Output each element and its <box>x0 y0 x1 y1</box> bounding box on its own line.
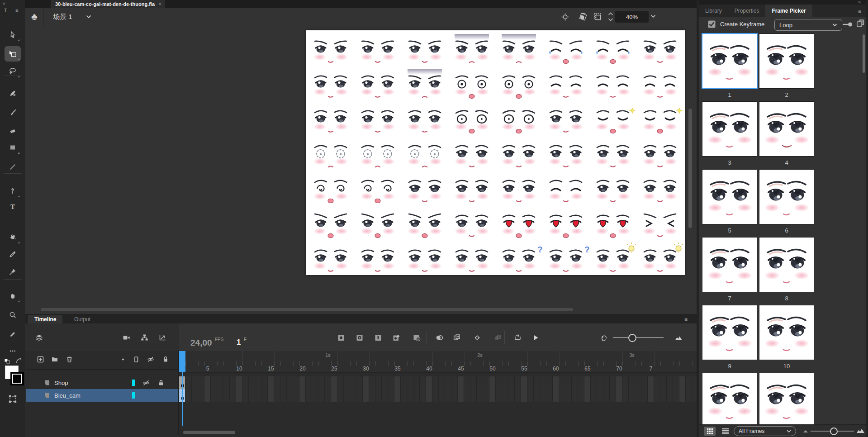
scene-chevron-down-icon[interactable] <box>86 15 91 19</box>
list-view-button[interactable] <box>719 427 731 436</box>
insert-frame[interactable] <box>372 332 384 343</box>
asset-warp-tool[interactable] <box>5 264 21 280</box>
pin-option-icon[interactable] <box>842 22 853 27</box>
loop-playback[interactable] <box>512 332 523 343</box>
thumb-zoom-slider-knob[interactable] <box>830 428 838 435</box>
classic-brush-tool[interactable] <box>5 105 21 120</box>
paint-bucket-tool[interactable] <box>5 229 21 245</box>
stage-canvas[interactable]: ?? <box>25 26 697 314</box>
grid-view-button[interactable] <box>704 427 716 436</box>
tab-frame-picker[interactable]: Frame Picker <box>765 5 812 17</box>
layer-row-Shop[interactable]: Shop <box>26 376 178 389</box>
frame-thumbnail-4[interactable] <box>759 101 814 157</box>
layer-parenting-icon[interactable] <box>138 332 150 343</box>
layer-row-Bieu_cam[interactable]: Bieu_cam <box>26 389 178 402</box>
timeline-horizontal-scrollbar[interactable] <box>183 431 235 434</box>
layer-color-swatch[interactable] <box>132 380 135 386</box>
onion-skin-markers[interactable] <box>471 332 483 343</box>
frame-thumbnail-5[interactable] <box>702 169 757 224</box>
duplicate-frame-icon[interactable] <box>856 19 865 28</box>
frame-thumbnail-8[interactable] <box>759 237 814 292</box>
eye-slash-button[interactable] <box>146 354 156 364</box>
fluid-brush-tool[interactable] <box>5 86 21 101</box>
document-tab[interactable]: 30-bieu-cam-co-gai-mat-den-de-thuong.fla… <box>51 0 165 8</box>
expand-panels-icon[interactable]: » <box>858 0 861 5</box>
frame-thumbnail-6[interactable] <box>759 169 814 224</box>
tab-output[interactable]: Output <box>68 315 97 323</box>
canvas-vertical-scrollbar[interactable] <box>688 109 692 228</box>
close-tab-icon[interactable]: × <box>158 1 161 7</box>
eraser-tool[interactable] <box>5 123 21 138</box>
onion-skin[interactable] <box>433 332 445 343</box>
symbol-club-icon[interactable]: ♣ <box>31 11 38 22</box>
tab-properties[interactable]: Properties <box>728 5 766 17</box>
new-folder-button[interactable] <box>50 354 60 364</box>
frame-thumbnail-1[interactable] <box>702 33 758 89</box>
canvas-horizontal-scrollbar[interactable] <box>41 308 573 311</box>
stroke-fill-mini-swatches[interactable] <box>4 357 11 365</box>
frame-picker-menu-icon[interactable]: ≡ <box>858 8 861 14</box>
layer-color-swatch[interactable] <box>132 392 135 399</box>
add-layer-button[interactable] <box>35 354 45 364</box>
frame-thumbnail-12[interactable] <box>759 373 814 428</box>
playhead[interactable] <box>179 351 185 372</box>
frame-graph-icon[interactable] <box>157 332 168 343</box>
timeline-zoom-slider-track[interactable] <box>613 337 664 338</box>
more-tools[interactable] <box>5 343 21 359</box>
tools-panel-menu-icon[interactable]: ≡ <box>15 8 18 13</box>
text-tool[interactable]: T <box>5 199 21 214</box>
timeline-zoom-fit[interactable] <box>673 332 684 343</box>
layer-locked-icon[interactable] <box>157 379 165 387</box>
dot-button[interactable] <box>118 354 128 364</box>
collapse-panel-icon[interactable]: « <box>3 1 5 6</box>
play[interactable] <box>530 332 541 343</box>
stroke-color-swatch[interactable] <box>10 372 24 385</box>
camera-icon[interactable] <box>120 332 132 343</box>
lock-button[interactable] <box>161 354 171 364</box>
timeline-panel-menu-icon[interactable]: ≡ <box>684 316 687 323</box>
thumb-zoom-out-icon[interactable] <box>803 429 808 433</box>
zoom-spinner[interactable] <box>607 12 614 22</box>
pencil-tool[interactable] <box>5 327 21 342</box>
frame-picker-scrollbar[interactable] <box>863 34 865 73</box>
insert-keyframe[interactable] <box>335 332 347 343</box>
hand-tool[interactable] <box>5 288 21 304</box>
scene-name[interactable]: 场景 1 <box>53 13 72 21</box>
layer-hidden-icon[interactable] <box>142 379 150 387</box>
fps-value[interactable]: 24,00 <box>190 338 212 348</box>
free-transform-tool[interactable] <box>5 46 21 62</box>
frame-thumbnail-10[interactable] <box>759 305 814 360</box>
rotation-tool-icon[interactable] <box>577 12 587 21</box>
clip-content-icon[interactable] <box>593 12 602 21</box>
selection-tool[interactable] <box>5 27 21 43</box>
loop-dropdown[interactable]: Loop <box>774 19 842 31</box>
frame-thumbnail-7[interactable] <box>702 237 757 292</box>
transform-options-icon[interactable] <box>8 394 17 404</box>
onion-outline[interactable] <box>492 332 503 343</box>
zoom-tool[interactable] <box>5 307 21 323</box>
auto-keyframe[interactable]: A <box>390 332 402 343</box>
center-frame-icon[interactable] <box>561 13 569 21</box>
outline-rect-button[interactable] <box>131 354 141 364</box>
frame-filter-dropdown[interactable]: All Frames <box>734 426 796 436</box>
frame-thumbnail-3[interactable] <box>702 101 757 157</box>
tab-timeline[interactable]: Timeline <box>28 315 62 323</box>
layer-stack-icon[interactable] <box>33 332 45 343</box>
lasso-tool[interactable] <box>5 63 21 79</box>
line-tool[interactable] <box>5 159 21 175</box>
swap-colors-icon[interactable] <box>15 357 23 365</box>
frame-thumbnail-11[interactable] <box>702 373 757 428</box>
frame-thumbnail-9[interactable] <box>702 305 757 360</box>
current-frame-value[interactable]: 1 <box>237 338 241 347</box>
edit-multiple-frames[interactable] <box>451 332 463 343</box>
zoom-dropdown-chevron-icon[interactable] <box>650 14 656 18</box>
reset-timeline-zoom[interactable] <box>598 332 610 343</box>
timeline-zoom-slider-knob[interactable] <box>628 334 636 342</box>
zoom-level-field[interactable]: 40% <box>615 11 649 23</box>
eyedropper-tool[interactable] <box>5 247 21 262</box>
pen-tool[interactable] <box>5 183 21 199</box>
frames-pane[interactable]: 1s2s3s5101520253035404550556065707 <box>179 351 697 436</box>
delete-layer-button[interactable] <box>64 354 74 364</box>
tab-library[interactable]: Library <box>699 5 728 17</box>
insert-blank-keyframe[interactable] <box>354 332 365 343</box>
